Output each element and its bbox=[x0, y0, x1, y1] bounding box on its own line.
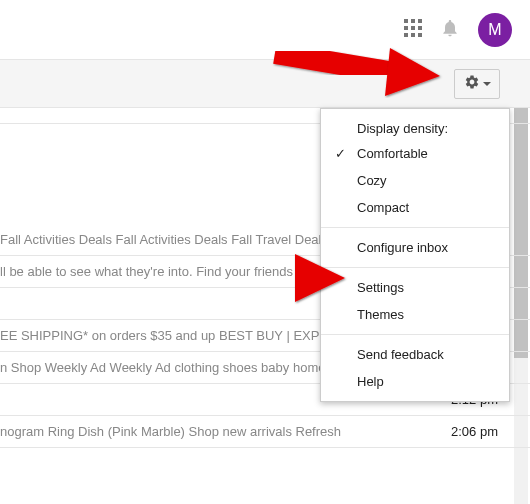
email-snippet: EE SHIPPING* on orders $35 and up BEST B… bbox=[0, 328, 337, 343]
menu-item-label: Themes bbox=[357, 307, 404, 322]
email-time: 2:06 pm bbox=[451, 424, 498, 439]
gear-icon bbox=[464, 74, 480, 93]
density-compact[interactable]: Compact bbox=[321, 194, 509, 221]
menu-item-label: Comfortable bbox=[357, 146, 428, 161]
avatar[interactable]: M bbox=[478, 13, 512, 47]
menu-divider bbox=[321, 334, 509, 335]
density-comfortable[interactable]: ✓ Comfortable bbox=[321, 140, 509, 167]
svg-marker-10 bbox=[295, 254, 345, 302]
svg-marker-9 bbox=[385, 48, 440, 96]
avatar-initial: M bbox=[488, 21, 501, 39]
email-snippet: nogram Ring Dish (Pink Marble) Shop new … bbox=[0, 424, 341, 439]
menu-header: Display density: bbox=[321, 115, 509, 140]
menu-item-label: Compact bbox=[357, 200, 409, 215]
menu-divider bbox=[321, 227, 509, 228]
menu-help[interactable]: Help bbox=[321, 368, 509, 395]
menu-item-label: Cozy bbox=[357, 173, 387, 188]
email-snippet: Fall Activities Deals Fall Activities De… bbox=[0, 232, 340, 247]
menu-item-label: Help bbox=[357, 374, 384, 389]
menu-send-feedback[interactable]: Send feedback bbox=[321, 341, 509, 368]
email-row[interactable]: nogram Ring Dish (Pink Marble) Shop new … bbox=[0, 416, 530, 448]
settings-gear-button[interactable] bbox=[454, 69, 500, 99]
arrow-annotation bbox=[265, 18, 445, 98]
density-cozy[interactable]: Cozy bbox=[321, 167, 509, 194]
menu-item-label: Configure inbox bbox=[357, 240, 448, 255]
menu-item-label: Send feedback bbox=[357, 347, 444, 362]
arrow-annotation bbox=[190, 248, 350, 308]
check-icon: ✓ bbox=[335, 146, 346, 161]
email-snippet: n Shop Weekly Ad Weekly Ad clothing shoe… bbox=[0, 360, 325, 375]
menu-item-label: Settings bbox=[357, 280, 404, 295]
chevron-down-icon bbox=[483, 82, 491, 86]
